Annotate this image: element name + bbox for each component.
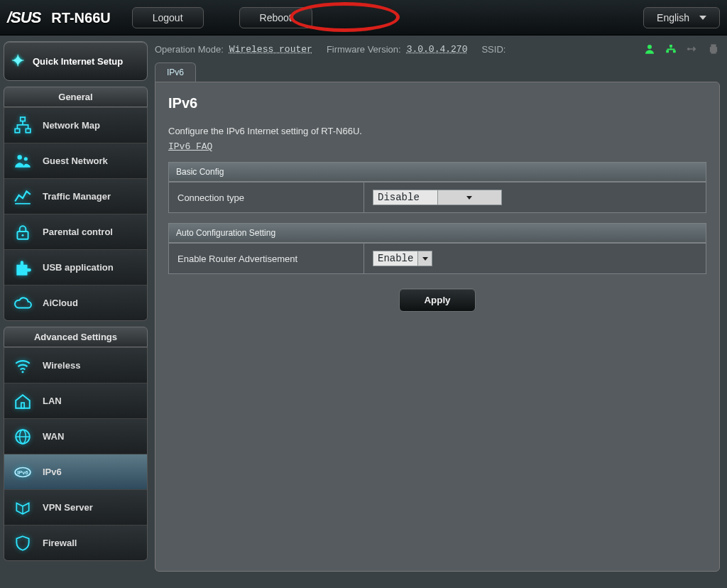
globe-icon — [13, 428, 33, 446]
svg-point-4 — [24, 157, 28, 160]
tab-ipv6[interactable]: IPv6 — [155, 62, 196, 82]
sidebar-item-ipv6[interactable]: IPv6 IPv6 — [4, 454, 147, 489]
sidebar-item-label: Firewall — [43, 538, 77, 548]
chevron-down-icon — [417, 251, 432, 266]
general-heading: General — [4, 87, 148, 107]
sidebar-item-wan[interactable]: WAN — [4, 418, 147, 454]
traffic-manager-icon — [13, 187, 33, 206]
sidebar-item-label: IPv6 — [43, 467, 62, 477]
sidebar-item-label: Network Map — [43, 120, 100, 131]
sidebar-item-label: VPN Server — [43, 502, 93, 513]
svg-rect-19 — [669, 45, 672, 48]
sidebar-item-label: WAN — [43, 431, 64, 442]
sidebar-item-traffic-manager[interactable]: Traffic Manager — [4, 178, 147, 214]
svg-point-7 — [21, 234, 23, 236]
sidebar-item-guest-network[interactable]: Guest Network — [4, 143, 147, 178]
auto-config-table: Enable Router Advertisement Enable — [168, 243, 706, 274]
svg-rect-1 — [15, 129, 20, 132]
ssid-label: SSID: — [481, 44, 505, 55]
network-map-icon — [13, 116, 33, 135]
op-mode-link[interactable]: Wireless router — [229, 44, 312, 55]
reboot-button[interactable]: Reboot — [239, 7, 312, 28]
op-mode-label: Operation Mode: — [155, 44, 224, 55]
conn-type-label: Connection type — [169, 183, 364, 213]
usb-status-icon[interactable] — [686, 43, 699, 55]
logout-button[interactable]: Logout — [132, 7, 204, 28]
basic-config-header: Basic Config — [168, 162, 706, 182]
sidebar-item-label: Wireless — [43, 360, 80, 371]
svg-rect-23 — [711, 50, 716, 53]
home-icon — [13, 392, 33, 410]
wand-icon: ✦ — [11, 52, 24, 70]
sidebar-item-vpn-server[interactable]: VPN Server — [4, 489, 147, 525]
advanced-heading: Advanced Settings — [4, 327, 148, 347]
svg-rect-9 — [21, 403, 24, 408]
router-model: RT-N66U — [51, 10, 110, 26]
connection-type-value: Disable — [373, 192, 437, 203]
wifi-icon — [13, 356, 33, 375]
user-status-icon[interactable] — [643, 43, 656, 55]
chevron-down-icon — [699, 16, 706, 20]
svg-rect-22 — [711, 45, 716, 48]
brand-block: /SUS RT-N66U — [7, 9, 111, 27]
chevron-down-icon — [437, 190, 502, 205]
sidebar: ✦ Quick Internet Setup General Network M… — [0, 36, 151, 579]
network-status-icon[interactable] — [665, 43, 677, 55]
sidebar-item-wireless[interactable]: Wireless — [4, 347, 147, 383]
content-area: Operation Mode: Wireless router Firmware… — [151, 36, 727, 579]
sidebar-item-label: USB application — [43, 262, 114, 273]
brand-logo: /SUS — [7, 9, 40, 27]
topbar: /SUS RT-N66U Logout Reboot English — [0, 0, 727, 36]
svg-rect-0 — [21, 117, 26, 121]
qis-label: Quick Internet Setup — [33, 56, 123, 67]
connection-type-select[interactable]: Disable — [373, 190, 502, 205]
svg-text:IPv6: IPv6 — [17, 469, 28, 476]
lock-icon — [13, 223, 33, 241]
svg-rect-18 — [673, 50, 676, 53]
sidebar-item-firewall[interactable]: Firewall — [4, 525, 147, 560]
settings-panel: IPv6 Configure the IPv6 Internet setting… — [155, 82, 720, 572]
language-select[interactable]: English — [643, 7, 720, 28]
guest-network-icon — [13, 152, 33, 170]
shield-icon — [13, 534, 33, 552]
cloud-icon — [13, 294, 33, 312]
sidebar-item-usb-application[interactable]: USB application — [4, 249, 147, 285]
fw-label: Firmware Version: — [327, 44, 401, 55]
sidebar-item-label: LAN — [43, 396, 62, 406]
sidebar-item-aicloud[interactable]: AiCloud — [4, 285, 147, 320]
page-description: Configure the IPv6 Internet setting of R… — [168, 126, 706, 136]
fw-link[interactable]: 3.0.0.4.270 — [407, 44, 468, 55]
era-value: Enable — [373, 253, 417, 264]
sidebar-item-parental-control[interactable]: Parental control — [4, 214, 147, 249]
sidebar-item-label: AiCloud — [43, 298, 78, 308]
router-advertisement-select[interactable]: Enable — [373, 251, 432, 266]
apply-button[interactable]: Apply — [399, 288, 475, 312]
vpn-icon — [13, 499, 33, 517]
ipv6-icon: IPv6 — [13, 463, 33, 481]
sidebar-item-label: Guest Network — [43, 156, 108, 166]
svg-point-16 — [647, 45, 652, 49]
svg-point-8 — [21, 371, 23, 373]
printer-status-icon[interactable] — [707, 43, 720, 55]
language-label: English — [657, 12, 689, 23]
advanced-menu: Wireless LAN WAN IPv6 IPv6 VPN Server Fi… — [4, 347, 148, 561]
sidebar-item-label: Parental control — [43, 227, 113, 237]
svg-rect-2 — [26, 129, 31, 132]
auto-config-header: Auto Configuration Setting — [168, 223, 706, 243]
svg-rect-17 — [666, 50, 669, 53]
ipv6-faq-link[interactable]: IPv6 FAQ — [168, 141, 212, 152]
sidebar-item-network-map[interactable]: Network Map — [4, 107, 147, 143]
sidebar-item-lan[interactable]: LAN — [4, 383, 147, 418]
era-label: Enable Router Advertisement — [169, 244, 364, 274]
puzzle-icon — [13, 258, 33, 277]
basic-config-table: Connection type Disable — [168, 182, 706, 213]
sidebar-item-label: Traffic Manager — [43, 191, 111, 202]
page-title: IPv6 — [168, 95, 706, 111]
general-menu: Network Map Guest Network Traffic Manage… — [4, 107, 148, 321]
svg-point-20 — [687, 48, 689, 50]
quick-internet-setup-button[interactable]: ✦ Quick Internet Setup — [4, 41, 148, 81]
status-line: Operation Mode: Wireless router Firmware… — [155, 43, 720, 55]
svg-point-3 — [17, 155, 22, 160]
